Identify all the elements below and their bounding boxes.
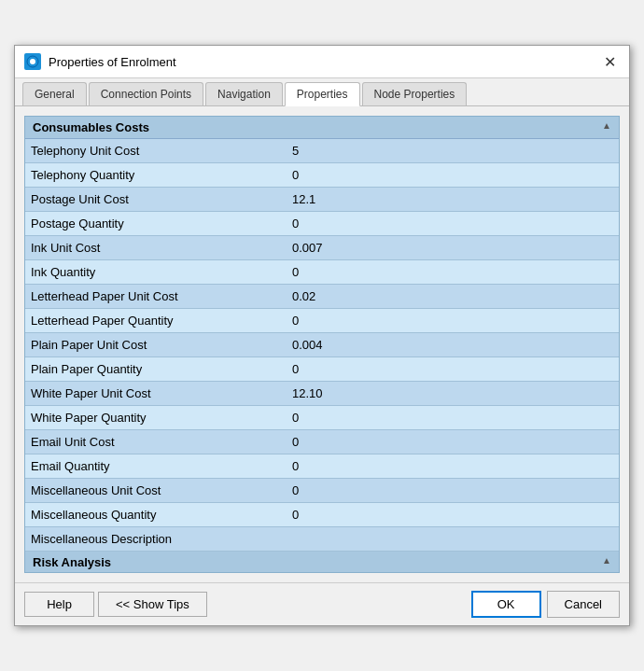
row-misc-quantity: Miscellaneous Quantity 0 [25, 503, 619, 527]
table-scroll-area[interactable]: Consumables Costs ▲ Telephony Unit Cost … [25, 117, 619, 572]
footer: Help << Show Tips OK Cancel [15, 582, 629, 625]
row-email-unit-cost: Email Unit Cost 0 [25, 430, 619, 454]
value-letterhead-paper-quantity[interactable]: 0 [287, 309, 619, 333]
row-ink-quantity: Ink Quantity 0 [25, 260, 619, 285]
label-ink-unit-cost: Ink Unit Cost [25, 236, 287, 260]
label-postage-quantity: Postage Quantity [25, 212, 287, 236]
footer-right-buttons: OK Cancel [471, 591, 620, 618]
row-plain-paper-quantity: Plain Paper Quantity 0 [25, 357, 619, 382]
value-telephony-unit-cost[interactable]: 5 [287, 139, 619, 163]
label-ink-quantity: Ink Quantity [25, 260, 287, 285]
label-misc-description: Miscellaneous Description [25, 527, 287, 552]
label-white-paper-quantity: White Paper Quantity [25, 406, 287, 430]
label-telephony-quantity: Telephony Quantity [25, 163, 287, 188]
cancel-button[interactable]: Cancel [547, 591, 620, 618]
close-button[interactable]: ✕ [599, 51, 620, 72]
tab-bar: General Connection Points Navigation Pro… [15, 78, 629, 106]
label-email-unit-cost: Email Unit Cost [25, 430, 287, 454]
dialog: Properties of Enrolment ✕ General Connec… [14, 45, 630, 626]
tab-properties[interactable]: Properties [285, 82, 360, 106]
value-letterhead-paper-unit-cost[interactable]: 0.02 [287, 285, 619, 309]
value-misc-quantity[interactable]: 0 [287, 503, 619, 527]
section-expand-icon[interactable]: ▲ [602, 120, 611, 131]
label-letterhead-paper-unit-cost: Letterhead Paper Unit Cost [25, 285, 287, 309]
title-bar-left: Properties of Enrolment [24, 53, 176, 70]
label-white-paper-unit-cost: White Paper Unit Cost [25, 382, 287, 406]
value-white-paper-quantity[interactable]: 0 [287, 406, 619, 430]
title-bar: Properties of Enrolment ✕ [15, 46, 629, 78]
row-email-quantity: Email Quantity 0 [25, 454, 619, 479]
value-postage-quantity[interactable]: 0 [287, 212, 619, 236]
dialog-title: Properties of Enrolment [49, 55, 176, 69]
value-email-unit-cost[interactable]: 0 [287, 430, 619, 454]
value-ink-quantity[interactable]: 0 [287, 260, 619, 285]
tab-connection-points[interactable]: Connection Points [89, 82, 203, 105]
tab-general[interactable]: General [22, 82, 87, 105]
row-letterhead-paper-unit-cost: Letterhead Paper Unit Cost 0.02 [25, 285, 619, 309]
help-button[interactable]: Help [24, 592, 94, 617]
row-ink-unit-cost: Ink Unit Cost 0.007 [25, 236, 619, 260]
row-postage-unit-cost: Postage Unit Cost 12.1 [25, 188, 619, 212]
app-icon [24, 53, 41, 70]
label-email-quantity: Email Quantity [25, 454, 287, 479]
label-misc-quantity: Miscellaneous Quantity [25, 503, 287, 527]
value-misc-description[interactable] [287, 527, 619, 552]
section-expand-risk-icon[interactable]: ▲ [602, 555, 611, 566]
value-plain-paper-unit-cost[interactable]: 0.004 [287, 333, 619, 357]
row-postage-quantity: Postage Quantity 0 [25, 212, 619, 236]
tab-navigation[interactable]: Navigation [205, 82, 283, 105]
label-plain-paper-unit-cost: Plain Paper Unit Cost [25, 333, 287, 357]
svg-point-1 [30, 59, 35, 64]
content-area: Consumables Costs ▲ Telephony Unit Cost … [15, 106, 629, 582]
value-email-quantity[interactable]: 0 [287, 454, 619, 479]
row-telephony-quantity: Telephony Quantity 0 [25, 163, 619, 188]
tab-node-properties[interactable]: Node Properties [362, 82, 468, 105]
label-plain-paper-quantity: Plain Paper Quantity [25, 357, 287, 382]
row-letterhead-paper-quantity: Letterhead Paper Quantity 0 [25, 309, 619, 333]
row-white-paper-quantity: White Paper Quantity 0 [25, 406, 619, 430]
properties-table: Consumables Costs ▲ Telephony Unit Cost … [25, 117, 619, 572]
label-misc-unit-cost: Miscellaneous Unit Cost [25, 479, 287, 503]
value-misc-unit-cost[interactable]: 0 [287, 479, 619, 503]
value-postage-unit-cost[interactable]: 12.1 [287, 188, 619, 212]
value-ink-unit-cost[interactable]: 0.007 [287, 236, 619, 260]
row-plain-paper-unit-cost: Plain Paper Unit Cost 0.004 [25, 333, 619, 357]
value-white-paper-unit-cost[interactable]: 12.10 [287, 382, 619, 406]
section-label-risk: Risk Analysis [33, 555, 111, 569]
value-plain-paper-quantity[interactable]: 0 [287, 357, 619, 382]
section-label-consumables: Consumables Costs [33, 120, 149, 134]
section-consumables-costs: Consumables Costs ▲ [25, 117, 619, 139]
row-telephony-unit-cost: Telephony Unit Cost 5 [25, 139, 619, 163]
value-telephony-quantity[interactable]: 0 [287, 163, 619, 188]
label-postage-unit-cost: Postage Unit Cost [25, 188, 287, 212]
ok-button[interactable]: OK [471, 591, 541, 618]
section-risk-analysis: Risk Analysis ▲ [25, 552, 619, 573]
row-misc-description: Miscellaneous Description [25, 527, 619, 552]
label-letterhead-paper-quantity: Letterhead Paper Quantity [25, 309, 287, 333]
footer-left-buttons: Help << Show Tips [24, 592, 207, 617]
row-misc-unit-cost: Miscellaneous Unit Cost 0 [25, 479, 619, 503]
row-white-paper-unit-cost: White Paper Unit Cost 12.10 [25, 382, 619, 406]
show-tips-button[interactable]: << Show Tips [98, 592, 207, 617]
label-telephony-unit-cost: Telephony Unit Cost [25, 139, 287, 163]
properties-table-container: Consumables Costs ▲ Telephony Unit Cost … [24, 116, 620, 573]
